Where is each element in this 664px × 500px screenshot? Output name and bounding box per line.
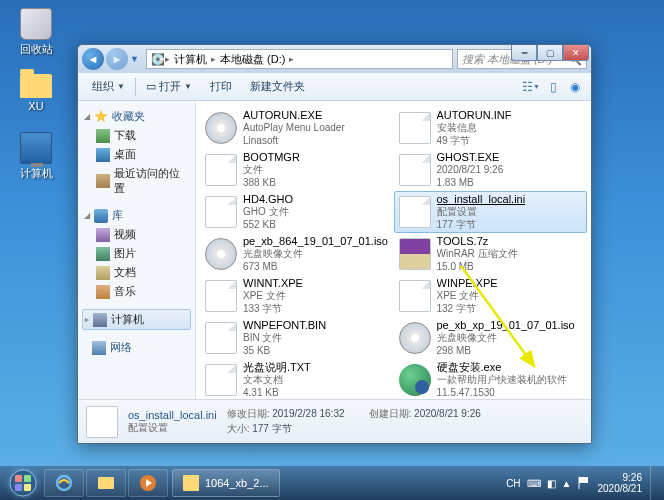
taskbar-pin-explorer[interactable] — [86, 469, 126, 497]
svg-rect-8 — [579, 477, 588, 483]
file-type: 安装信息 — [437, 122, 512, 135]
details-label: 创建日期: — [369, 408, 412, 419]
tray-ime-icon[interactable]: ◧ — [547, 478, 556, 489]
toolbar-open-button[interactable]: ▭ 打开 ▼ — [138, 76, 200, 97]
desktop-icon-computer[interactable]: 计算机 — [12, 132, 60, 181]
file-item[interactable]: AUTORUN.EXEAutoPlay Menu LoaderLinasoft — [200, 107, 394, 149]
file-type: GHO 文件 — [243, 206, 293, 219]
file-item[interactable]: TOOLS.7zWinRAR 压缩文件15.0 MB — [394, 233, 588, 275]
desktop-icon-label: 计算机 — [12, 166, 60, 181]
file-type-icon — [205, 364, 237, 396]
task-label: 1064_xb_2... — [205, 477, 269, 489]
file-name: pe_xb_864_19_01_07_01.iso — [243, 235, 388, 249]
file-item[interactable]: HD4.GHOGHO 文件552 KB — [200, 191, 394, 233]
file-type: 光盘映像文件 — [437, 332, 575, 345]
sidebar-label: 最近访问的位置 — [114, 166, 189, 196]
network-icon — [92, 341, 106, 355]
desktop-icon-label: 回收站 — [12, 42, 60, 57]
tray-ime-icon[interactable]: ⌨ — [527, 478, 541, 489]
file-item[interactable]: WINPE.XPEXPE 文件132 字节 — [394, 275, 588, 317]
file-list[interactable]: AUTORUN.EXEAutoPlay Menu LoaderLinasoftA… — [196, 101, 591, 399]
window-controls: ━ ▢ ✕ — [511, 45, 589, 61]
computer-icon — [93, 313, 107, 327]
recent-icon — [96, 174, 110, 188]
sidebar-item-downloads[interactable]: 下载 — [82, 126, 191, 145]
folder-icon — [183, 475, 199, 491]
file-type-icon — [399, 196, 431, 228]
file-item[interactable]: GHOST.EXE2020/8/21 9:261.83 MB — [394, 149, 588, 191]
svg-rect-3 — [24, 475, 31, 482]
file-item[interactable]: pe_xb_xp_19_01_07_01.iso光盘映像文件298 MB — [394, 317, 588, 359]
file-item[interactable]: 光盘说明.TXT文本文档4.31 KB — [200, 359, 394, 399]
file-item[interactable]: WNPEFONT.BINBIN 文件35 KB — [200, 317, 394, 359]
sidebar-group-favorites[interactable]: ◢ 收藏夹 — [82, 107, 191, 126]
file-type: WinRAR 压缩文件 — [437, 248, 518, 261]
taskbar-pin-mediaplayer[interactable] — [128, 469, 168, 497]
toolbar-newfolder-button[interactable]: 新建文件夹 — [242, 76, 313, 97]
minimize-button[interactable]: ━ — [511, 45, 537, 61]
file-type: 配置设置 — [437, 206, 526, 219]
sidebar-item-pictures[interactable]: 图片 — [82, 244, 191, 263]
file-size: 49 字节 — [437, 135, 512, 148]
file-size: 1.83 MB — [437, 177, 504, 190]
sidebar-label: 视频 — [114, 227, 136, 242]
file-size: Linasoft — [243, 135, 345, 148]
tray-ime-indicator[interactable]: CH — [506, 478, 520, 489]
file-name: AUTORUN.EXE — [243, 109, 345, 123]
details-file-name: os_install_local.ini — [128, 409, 217, 421]
desktop-icon-folder-xu[interactable]: XU — [12, 70, 60, 112]
toolbar-organize-button[interactable]: 组织 ▼ — [84, 76, 133, 97]
maximize-button[interactable]: ▢ — [537, 45, 563, 61]
tray-action-center-icon[interactable] — [578, 476, 592, 490]
toolbar-print-button[interactable]: 打印 — [202, 76, 240, 97]
nav-history-dropdown[interactable]: ▼ — [130, 54, 142, 64]
svg-point-1 — [10, 470, 36, 496]
file-item[interactable]: os_install_local.ini配置设置177 字节 — [394, 191, 588, 233]
sidebar-group-libraries[interactable]: ◢ 库 — [82, 206, 191, 225]
start-button[interactable] — [4, 468, 42, 498]
sidebar-label: 网络 — [110, 340, 132, 355]
nav-back-button[interactable]: ◄ — [82, 48, 104, 70]
tray-chevron-up-icon[interactable]: ▲ — [562, 478, 572, 489]
taskbar-task-folder[interactable]: 1064_xb_2... — [172, 469, 280, 497]
sidebar-item-network[interactable]: ▸ 网络 — [82, 338, 191, 357]
sidebar-item-documents[interactable]: 文档 — [82, 263, 191, 282]
file-size: 132 字节 — [437, 303, 498, 316]
show-desktop-button[interactable] — [650, 466, 660, 500]
caret-icon: ▸ — [85, 315, 89, 324]
close-button[interactable]: ✕ — [563, 45, 589, 61]
help-button[interactable]: ◉ — [565, 77, 585, 97]
sidebar-label: 图片 — [114, 246, 136, 261]
tray-clock[interactable]: 9:26 2020/8/21 — [598, 472, 643, 494]
toolbar: 组织 ▼ ▭ 打开 ▼ 打印 新建文件夹 ☷▼ ▯ ◉ — [78, 73, 591, 101]
download-icon — [96, 129, 110, 143]
file-item[interactable]: AUTORUN.INF安装信息49 字节 — [394, 107, 588, 149]
sidebar-item-recent[interactable]: 最近访问的位置 — [82, 164, 191, 198]
sidebar-item-videos[interactable]: 视频 — [82, 225, 191, 244]
sidebar-item-music[interactable]: 音乐 — [82, 282, 191, 301]
file-item[interactable]: pe_xb_864_19_01_07_01.iso光盘映像文件673 MB — [200, 233, 394, 275]
sidebar-item-computer[interactable]: ▸ 计算机 — [82, 309, 191, 330]
desktop-icon-recycle-bin[interactable]: 回收站 — [12, 8, 60, 57]
file-name: 光盘说明.TXT — [243, 361, 311, 375]
nav-forward-button[interactable]: ► — [106, 48, 128, 70]
breadcrumb-segment[interactable]: 计算机 — [170, 52, 211, 67]
taskbar-pin-ie[interactable] — [44, 469, 84, 497]
preview-pane-button[interactable]: ▯ — [543, 77, 563, 97]
file-name: GHOST.EXE — [437, 151, 504, 165]
view-options-button[interactable]: ☷▼ — [521, 77, 541, 97]
sidebar-label: 音乐 — [114, 284, 136, 299]
file-type: 文件 — [243, 164, 300, 177]
breadcrumb-segment[interactable]: 本地磁盘 (D:) — [216, 52, 289, 67]
music-icon — [96, 285, 110, 299]
file-item[interactable]: BOOTMGR文件388 KB — [200, 149, 394, 191]
breadcrumb-arrow[interactable]: ▸ — [289, 54, 294, 64]
file-item[interactable]: WINNT.XPEXPE 文件133 字节 — [200, 275, 394, 317]
address-bar[interactable]: 💽 ▸ 计算机 ▸ 本地磁盘 (D:) ▸ — [146, 49, 453, 69]
file-type: 一款帮助用户快速装机的软件 — [437, 374, 567, 387]
sidebar-item-desktop[interactable]: 桌面 — [82, 145, 191, 164]
file-size: 15.0 MB — [437, 261, 518, 274]
file-name: pe_xb_xp_19_01_07_01.iso — [437, 319, 575, 333]
file-type-icon — [399, 364, 431, 396]
file-item[interactable]: 硬盘安装.exe一款帮助用户快速装机的软件11.5.47.1530 — [394, 359, 588, 399]
